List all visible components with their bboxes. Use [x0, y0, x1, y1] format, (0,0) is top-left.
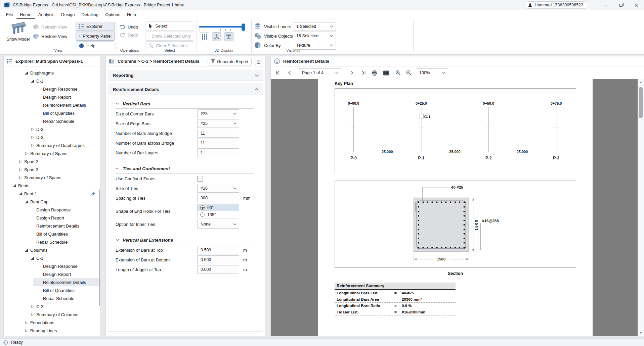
tree-item[interactable]: Design Report: [4, 93, 100, 101]
page-select[interactable]: Page 1 of 4: [299, 68, 341, 77]
reporting-section-header[interactable]: Reporting: [108, 70, 263, 81]
tree-expander-icon[interactable]: [31, 305, 34, 308]
vertical-bars-group-header[interactable]: Vertical Bars: [116, 100, 254, 107]
scroll-up-icon[interactable]: [639, 82, 642, 83]
show-model-button[interactable]: Show Model: [5, 21, 32, 49]
undo-button[interactable]: Undo: [120, 22, 138, 31]
tree-item[interactable]: Bill of Quantities: [4, 286, 100, 294]
tree-item[interactable]: Summary of Columns: [4, 310, 100, 318]
pin-panel-button[interactable]: [255, 58, 262, 65]
tree-expander-icon[interactable]: [25, 329, 28, 332]
tree-item[interactable]: Summary of Diaphragms: [4, 141, 100, 149]
bars-across-bridge-input[interactable]: 11: [197, 139, 239, 147]
tree-expander-icon[interactable]: [31, 80, 34, 83]
tree-item[interactable]: Bill of Quantities: [4, 109, 100, 117]
user-account-button[interactable]: Hammad 1736390596523: [524, 1, 588, 9]
tree-item[interactable]: D-1: [4, 77, 100, 85]
document-viewer[interactable]: Key Plan 0+00.0 0+25.0 0+50.0 0+75.0: [271, 79, 644, 336]
tree-item-selected[interactable]: Reinforcement Details: [4, 278, 100, 286]
bars-along-bridge-input[interactable]: 11: [197, 129, 239, 138]
tree-expander-icon[interactable]: [25, 200, 28, 203]
tree-expander-icon[interactable]: [31, 313, 34, 316]
tree-item[interactable]: Design Response: [4, 85, 100, 93]
menu-options[interactable]: Options: [102, 10, 124, 19]
next-page-button[interactable]: [347, 68, 356, 77]
extensions-group-header[interactable]: Vertical Bar Extensions: [116, 236, 254, 244]
menu-design[interactable]: Design: [58, 10, 78, 19]
zoom-in-button[interactable]: [394, 68, 402, 77]
tree-expander-icon[interactable]: [31, 144, 34, 147]
tree-item[interactable]: Span-3: [4, 165, 100, 174]
tree-item[interactable]: C-1: [4, 254, 100, 262]
zoom-out-button[interactable]: [404, 68, 413, 77]
tree-item[interactable]: Bill of Quantities: [4, 230, 100, 238]
tree-item[interactable]: Bents: [4, 182, 100, 190]
extension-bottom-input[interactable]: 0.500: [197, 255, 239, 264]
hook-90-radio[interactable]: 90°: [198, 204, 239, 211]
tree-scrollbar[interactable]: [99, 189, 100, 306]
tree-item[interactable]: Columns: [4, 246, 100, 254]
tree-item[interactable]: Summary of Spans: [4, 149, 100, 157]
tree-expander-icon[interactable]: [25, 152, 28, 155]
tree-item[interactable]: D-3: [4, 133, 100, 141]
tree-expander-icon[interactable]: [31, 136, 34, 139]
restore-view-button[interactable]: Restore View: [33, 32, 67, 41]
hook-135-radio[interactable]: 135°: [198, 211, 239, 218]
tree-item[interactable]: Foundations: [4, 318, 100, 327]
tree-expander-icon[interactable]: [25, 321, 28, 324]
tree-item[interactable]: Diaphragms: [4, 69, 100, 77]
spacing-of-ties-input[interactable]: 300: [197, 194, 239, 202]
tree-expander-icon[interactable]: [19, 192, 22, 195]
reinforcement-details-section-header[interactable]: Reinforcement Details: [108, 84, 263, 95]
tree-item[interactable]: Bent-1: [4, 190, 100, 198]
tree-item[interactable]: Bent Cap: [4, 198, 100, 206]
display-slider-thumb[interactable]: [242, 23, 245, 31]
minimize-button[interactable]: [598, 0, 613, 10]
tree-expander-icon[interactable]: [19, 176, 22, 179]
size-of-ties-select[interactable]: #16: [197, 184, 239, 193]
joggle-length-input[interactable]: 0.000: [197, 265, 239, 274]
tree-item[interactable]: Rebar Schedule: [4, 117, 100, 125]
scrollbar-thumb[interactable]: [639, 87, 643, 118]
tree-expander-icon[interactable]: [31, 257, 34, 260]
ties-group-header[interactable]: Ties and Confinement: [116, 165, 254, 172]
tree-item[interactable]: C-2: [4, 302, 100, 310]
tree-item[interactable]: Reinforcement Details: [4, 101, 100, 109]
refresh-view-button[interactable]: Refresh View: [33, 22, 67, 31]
tree-item[interactable]: Reinforcement Details: [4, 222, 100, 230]
menu-help[interactable]: Help: [124, 10, 139, 19]
redo-button[interactable]: Redo: [120, 31, 138, 39]
size-of-edge-bars-select[interactable]: #25: [197, 119, 239, 128]
tree-item[interactable]: Design Report: [4, 270, 100, 278]
extension-top-input[interactable]: 0.500: [197, 246, 239, 254]
zoom-level-select[interactable]: 100%: [416, 68, 448, 77]
tree-expander-icon[interactable]: [19, 160, 22, 163]
size-of-corner-bars-select[interactable]: #25: [197, 109, 239, 118]
tree-item[interactable]: D-2: [4, 125, 100, 133]
explorer-toggle-button[interactable]: Explorer: [76, 22, 115, 31]
property-panel-toggle-button[interactable]: Property Panel: [76, 32, 115, 41]
restore-window-button[interactable]: [613, 0, 629, 10]
generate-report-button[interactable]: Generate Report: [208, 58, 252, 65]
tree-item[interactable]: Span-2: [4, 157, 100, 165]
tree-expander-icon[interactable]: [25, 71, 28, 75]
export-pdf-button[interactable]: PDF: [382, 68, 390, 77]
tree-item[interactable]: Design Response: [4, 206, 100, 214]
menu-file[interactable]: File: [3, 10, 16, 19]
prev-page-button[interactable]: [285, 68, 294, 77]
select-button[interactable]: Select: [145, 21, 194, 31]
extrude-toggle-button[interactable]: [224, 32, 233, 41]
scroll-down-icon[interactable]: [639, 332, 642, 334]
tree-expander-icon[interactable]: [25, 249, 28, 252]
orbit-axes-toggle-button[interactable]: [212, 32, 221, 41]
display-slider-track[interactable]: [199, 26, 245, 28]
tree-expander-icon[interactable]: [31, 128, 34, 131]
menu-home[interactable]: Home: [16, 10, 35, 19]
menu-detailing[interactable]: Detailing: [78, 10, 102, 19]
use-confined-zones-checkbox[interactable]: [197, 176, 203, 182]
visible-layers-select[interactable]: 1 Selected: [293, 22, 336, 31]
visible-objects-select[interactable]: 16 Selected: [293, 32, 336, 40]
bar-layers-input[interactable]: 1: [197, 148, 239, 157]
tree-item[interactable]: Bearing Lines: [4, 327, 100, 335]
tree-item[interactable]: Design Response: [4, 262, 100, 270]
